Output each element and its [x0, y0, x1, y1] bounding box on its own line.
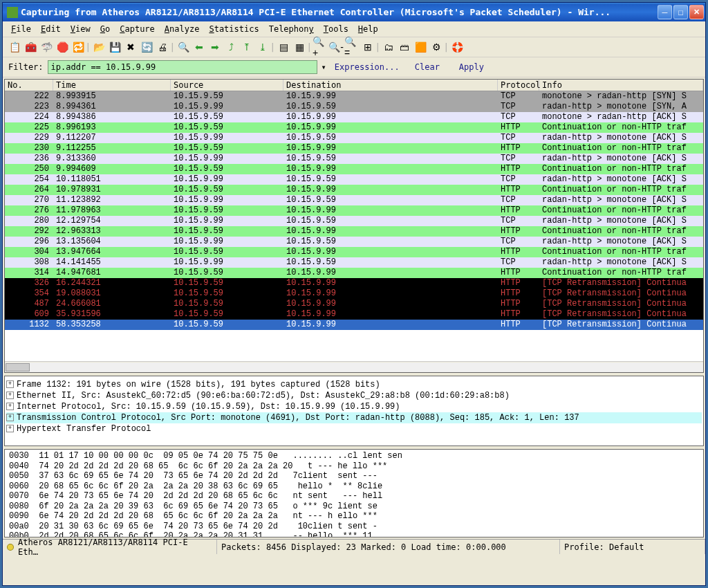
menu-file[interactable]: File	[7, 23, 35, 35]
packet-row[interactable]: 113258.35325810.15.9.5910.15.9.99HTTP[TC…	[5, 320, 703, 330]
packet-row[interactable]: 29613.13560410.15.9.9910.15.9.59TCPradan…	[5, 237, 703, 247]
apply-button[interactable]: Apply	[459, 62, 484, 72]
help-icon[interactable]: 🛟	[449, 39, 465, 55]
menu-analyze[interactable]: Analyze	[160, 23, 204, 35]
col-source[interactable]: Source	[171, 80, 283, 91]
tree-row[interactable]: +Internet Protocol, Src: 10.15.9.59 (10.…	[6, 401, 702, 412]
packet-row[interactable]: 60935.93159610.15.9.5910.15.9.99HTTP[TCP…	[5, 309, 703, 320]
packet-row[interactable]: 32616.24432110.15.9.5910.15.9.99HTTP[TCP…	[5, 278, 703, 288]
colorize-icon[interactable]: ▤	[276, 39, 291, 55]
packet-bytes-pane[interactable]: 0030 11 01 17 10 00 00 00 0c 09 05 0e 74…	[4, 449, 704, 538]
start-capture-icon[interactable]: 🦈	[39, 39, 54, 55]
status-profile[interactable]: Profile: Default	[564, 542, 644, 552]
zoom-in-icon[interactable]: 🔍+	[313, 39, 328, 55]
packet-row[interactable]: 30413.94766410.15.9.5910.15.9.99HTTPCont…	[5, 247, 703, 257]
tree-row[interactable]: +Ethernet II, Src: AsustekC_60:72:d5 (90…	[6, 390, 702, 401]
expand-icon[interactable]: +	[6, 414, 14, 421]
menu-edit[interactable]: Edit	[37, 23, 65, 35]
go-to-icon[interactable]: ⤴	[223, 39, 239, 55]
coloring-rules-icon[interactable]: 🟧	[413, 39, 428, 55]
stop-capture-icon[interactable]: 🛑	[55, 39, 70, 55]
reload-icon[interactable]: 🔄	[139, 39, 154, 55]
packet-row[interactable]: 2258.99619310.15.9.5910.15.9.99HTTPConti…	[5, 122, 703, 133]
filter-label: Filter:	[8, 62, 44, 72]
packet-list-header[interactable]: No. Time Source Destination Protocol Inf…	[5, 80, 703, 91]
expression-button[interactable]: Expression...	[335, 62, 400, 72]
maximize-button[interactable]: □	[673, 5, 688, 19]
packet-row[interactable]: 2238.99436110.15.9.9910.15.9.59TCPradan-…	[5, 102, 703, 112]
expand-icon[interactable]: +	[6, 425, 14, 432]
tree-row[interactable]: +Hypertext Transfer Protocol	[6, 423, 702, 434]
menu-statistics[interactable]: Statistics	[205, 23, 263, 35]
app-icon	[7, 7, 18, 18]
expand-icon[interactable]: +	[6, 380, 14, 388]
tree-row[interactable]: +Frame 1132: 191 bytes on wire (1528 bit…	[6, 379, 702, 390]
packet-row[interactable]: 2228.99391510.15.9.5910.15.9.99TCPmonoto…	[5, 91, 703, 102]
status-interface: Atheros AR8121/AR8113/AR8114 PCI-E Eth…	[18, 538, 212, 557]
go-back-icon[interactable]: ⬅	[192, 39, 207, 55]
prefs-icon[interactable]: ⚙	[429, 39, 444, 55]
wireshark-window: Capturing from Atheros AR8121/AR8113/AR8…	[2, 2, 706, 586]
packet-row[interactable]: 2369.31336010.15.9.9910.15.9.59TCPradan-…	[5, 154, 703, 164]
menu-help[interactable]: Help	[354, 23, 382, 35]
packet-row[interactable]: 2309.11225510.15.9.5910.15.9.99HTTPConti…	[5, 143, 703, 154]
menu-view[interactable]: View	[66, 23, 95, 35]
packet-row[interactable]: 2248.99438610.15.9.5910.15.9.99TCPmonoto…	[5, 112, 703, 122]
zoom-out-icon[interactable]: 🔍-	[328, 39, 344, 55]
interfaces-icon[interactable]: 📋	[7, 39, 22, 55]
zoom-100-icon[interactable]: 🔍=	[344, 39, 360, 55]
menu-tools[interactable]: Tools	[319, 23, 353, 35]
packet-row[interactable]: 31414.94768110.15.9.5910.15.9.99HTTPCont…	[5, 268, 703, 278]
expand-icon[interactable]: +	[6, 403, 14, 410]
packet-row[interactable]: 27011.12389210.15.9.9910.15.9.59TCPradan…	[5, 195, 703, 205]
filter-dropdown-icon[interactable]: ▾	[322, 62, 326, 72]
tree-row[interactable]: +Transmission Control Protocol, Src Port…	[6, 412, 702, 423]
capture-led-icon	[7, 544, 14, 551]
packet-row[interactable]: 29212.96331310.15.9.5910.15.9.99HTTPCont…	[5, 226, 703, 237]
col-destination[interactable]: Destination	[283, 80, 498, 91]
packet-rows: 2228.99391510.15.9.5910.15.9.99TCPmonoto…	[5, 91, 703, 330]
go-last-icon[interactable]: ⤓	[255, 39, 270, 55]
packet-row[interactable]: 25410.11805110.15.9.9910.15.9.59TCPradan…	[5, 174, 703, 185]
h-scrollbar[interactable]	[5, 361, 703, 372]
packet-row[interactable]: 28012.12975410.15.9.9910.15.9.59TCPradan…	[5, 216, 703, 226]
menu-go[interactable]: Go	[96, 23, 114, 35]
find-icon[interactable]: 🔍	[176, 39, 191, 55]
expand-icon[interactable]: +	[6, 392, 14, 399]
col-protocol[interactable]: Protocol	[498, 80, 539, 91]
packet-list-blank	[5, 330, 703, 361]
menu-capture[interactable]: Capture	[115, 23, 159, 35]
status-packets: Packets: 8456 Displayed: 23 Marked: 0 Lo…	[221, 542, 506, 552]
options-icon[interactable]: 🧰	[23, 39, 38, 55]
capture-filters-icon[interactable]: 🗂	[381, 39, 396, 55]
go-first-icon[interactable]: ⤒	[239, 39, 254, 55]
packet-row[interactable]: 27611.97896310.15.9.5910.15.9.99HTTPCont…	[5, 205, 703, 216]
packet-row[interactable]: 35419.08803110.15.9.5910.15.9.99HTTP[TCP…	[5, 288, 703, 299]
print-icon[interactable]: 🖨	[155, 39, 170, 55]
close-button[interactable]: ✕	[689, 5, 704, 19]
open-icon[interactable]: 📂	[91, 39, 106, 55]
filter-input[interactable]	[48, 60, 317, 74]
packet-row[interactable]: 2509.99460910.15.9.5910.15.9.99HTTPConti…	[5, 164, 703, 174]
packet-row[interactable]: 48724.66608110.15.9.5910.15.9.99HTTP[TCP…	[5, 299, 703, 309]
packet-row[interactable]: 26410.97893110.15.9.5910.15.9.99HTTPCont…	[5, 185, 703, 195]
clear-button[interactable]: Clear	[415, 62, 440, 72]
close-file-icon[interactable]: ✖	[123, 39, 138, 55]
display-filters-icon[interactable]: 🗃	[397, 39, 412, 55]
col-info[interactable]: Info	[539, 80, 703, 91]
auto-scroll-icon[interactable]: ▦	[292, 39, 307, 55]
title-bar[interactable]: Capturing from Atheros AR8121/AR8113/AR8…	[3, 3, 705, 21]
resize-columns-icon[interactable]: ⊞	[360, 39, 375, 55]
minimize-button[interactable]: ─	[658, 5, 672, 19]
col-time[interactable]: Time	[53, 80, 171, 91]
go-forward-icon[interactable]: ➡	[207, 39, 223, 55]
status-bar: Atheros AR8121/AR8113/AR8114 PCI-E Eth… …	[3, 539, 705, 554]
menu-telephony[interactable]: Telephony	[265, 23, 318, 35]
packet-row[interactable]: 2299.11220710.15.9.9910.15.9.59TCPradan-…	[5, 133, 703, 143]
save-icon[interactable]: 💾	[107, 39, 122, 55]
packet-details-pane[interactable]: +Frame 1132: 191 bytes on wire (1528 bit…	[4, 376, 704, 446]
filter-toolbar: Filter: ▾ Expression... Clear Apply	[3, 57, 705, 77]
packet-row[interactable]: 30814.14145510.15.9.9910.15.9.59TCPradan…	[5, 257, 703, 268]
col-no[interactable]: No.	[5, 80, 53, 91]
restart-capture-icon[interactable]: 🔁	[71, 39, 86, 55]
